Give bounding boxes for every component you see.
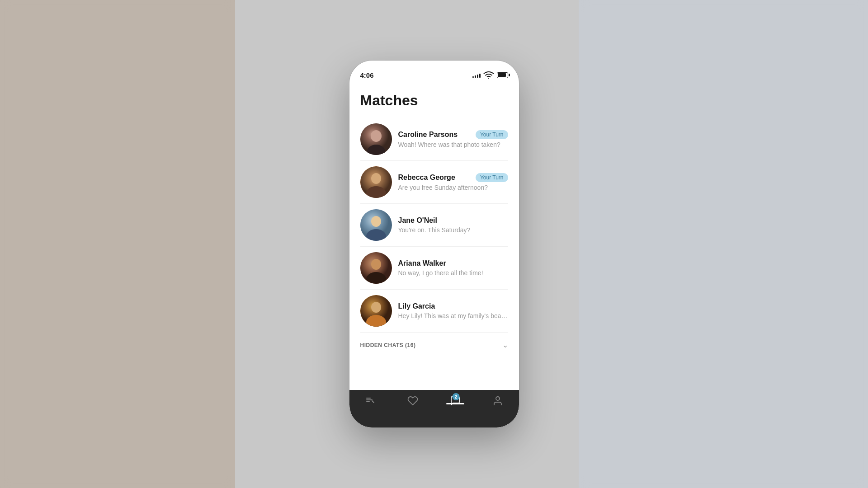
svg-point-1: [371, 130, 382, 142]
avatar-caroline: [360, 123, 392, 155]
match-preview-jane: You're on. This Saturday?: [398, 226, 508, 234]
matches-badge: 2: [452, 393, 459, 400]
chevron-down-icon: ⌄: [502, 341, 508, 349]
match-preview-caroline: Woah! Where was that photo taken?: [398, 141, 508, 148]
tab-matches[interactable]: 2: [434, 395, 476, 408]
svg-point-13: [371, 302, 381, 313]
match-preview-lily: Hey Lily! This was at my family's beac..…: [398, 312, 508, 319]
match-item-ariana[interactable]: Ariana Walker No way, I go there all the…: [349, 247, 519, 289]
matches-content[interactable]: Matches: [349, 83, 519, 390]
bg-blur-right: [579, 0, 868, 488]
signal-icon: [472, 72, 481, 78]
match-name-lily: Lily Garcia: [398, 302, 435, 310]
svg-point-4: [371, 173, 381, 184]
match-info-jane: Jane O'Neil You're on. This Saturday?: [398, 216, 508, 234]
svg-point-18: [496, 397, 500, 400]
match-preview-ariana: No way, I go there all the time!: [398, 269, 508, 277]
status-icons: [472, 70, 508, 80]
match-item-caroline[interactable]: Caroline Parsons Your Turn Woah! Where w…: [349, 118, 519, 160]
svg-point-10: [371, 259, 381, 270]
match-item-lily[interactable]: Lily Garcia Hey Lily! This was at my fam…: [349, 290, 519, 332]
notch: [400, 61, 468, 74]
page-title: Matches: [349, 88, 519, 118]
status-time: 4:06: [360, 71, 374, 79]
svg-point-7: [371, 216, 381, 227]
bg-blur-left: [0, 0, 235, 488]
hidden-chats-section[interactable]: HIDDEN CHATS (16) ⌄: [349, 333, 519, 357]
match-item-jane[interactable]: Jane O'Neil You're on. This Saturday?: [349, 204, 519, 246]
match-name-caroline: Caroline Parsons: [398, 131, 458, 139]
match-name-ariana: Ariana Walker: [398, 259, 446, 267]
battery-icon: [497, 72, 508, 78]
match-info-ariana: Ariana Walker No way, I go there all the…: [398, 259, 508, 277]
match-preview-rebecca: Are you free Sunday afternoon?: [398, 184, 508, 191]
match-item-rebecca[interactable]: Rebecca George Your Turn Are you free Su…: [349, 161, 519, 203]
avatar-ariana: [360, 252, 392, 284]
heart-icon: [407, 395, 418, 406]
tab-discover[interactable]: [349, 395, 392, 406]
wifi-icon: [483, 70, 494, 80]
avatar-rebecca: [360, 166, 392, 198]
discover-icon: [365, 395, 376, 406]
tab-likes[interactable]: [392, 395, 434, 406]
profile-icon: [492, 395, 503, 406]
match-name-rebecca: Rebecca George: [398, 174, 455, 182]
avatar-jane: [360, 209, 392, 241]
tab-bar: 2: [349, 390, 519, 427]
match-name-jane: Jane O'Neil: [398, 216, 438, 225]
your-turn-badge-caroline: Your Turn: [476, 130, 508, 139]
hidden-chats-label: HIDDEN CHATS (16): [360, 342, 416, 348]
phone-frame: 4:06 Matches: [349, 61, 519, 427]
match-info-caroline: Caroline Parsons Your Turn Woah! Where w…: [398, 130, 508, 148]
match-info-rebecca: Rebecca George Your Turn Are you free Su…: [398, 173, 508, 191]
match-info-lily: Lily Garcia Hey Lily! This was at my fam…: [398, 302, 508, 319]
avatar-lily: [360, 295, 392, 327]
tab-active-indicator: [446, 403, 464, 404]
your-turn-badge-rebecca: Your Turn: [476, 173, 508, 182]
tab-profile[interactable]: [476, 395, 519, 406]
